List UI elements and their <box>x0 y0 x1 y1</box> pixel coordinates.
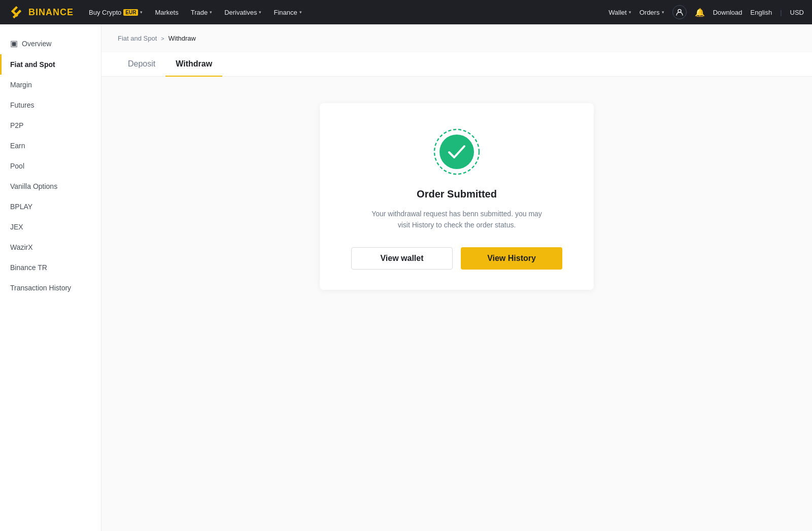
sidebar: ▣ Overview Fiat and Spot Margin Futures … <box>0 24 101 531</box>
order-submitted-description: Your withdrawal request has benn submitt… <box>365 208 548 231</box>
breadcrumb-current: Withdraw <box>168 35 196 42</box>
nav-orders[interactable]: Orders ▾ <box>639 9 664 16</box>
nav-language[interactable]: English <box>751 9 772 16</box>
sidebar-item-overview[interactable]: ▣ Overview <box>0 32 101 54</box>
sidebar-item-earn[interactable]: Earn <box>0 136 101 156</box>
finance-chevron: ▾ <box>299 10 302 15</box>
card-container: Order Submitted Your withdrawal request … <box>118 93 796 300</box>
nav-derivatives[interactable]: Derivatives ▾ <box>219 0 266 24</box>
sidebar-item-fiat-spot[interactable]: Fiat and Spot <box>0 54 101 75</box>
trade-chevron: ▾ <box>210 10 212 15</box>
sidebar-item-pool[interactable]: Pool <box>0 156 101 176</box>
success-icon-wrapper <box>432 127 481 176</box>
orders-chevron: ▾ <box>662 10 664 15</box>
logo[interactable]: BINANCE <box>8 4 74 20</box>
top-navigation: BINANCE Buy Crypto EUR ▾ Markets Trade ▾… <box>0 0 812 24</box>
sidebar-item-binance-tr[interactable]: Binance TR <box>0 257 101 278</box>
nav-links: Buy Crypto EUR ▾ Markets Trade ▾ Derivat… <box>84 0 608 24</box>
page-wrapper: ▣ Overview Fiat and Spot Margin Futures … <box>0 24 812 531</box>
sidebar-item-wazirx[interactable]: WazirX <box>0 237 101 257</box>
svg-point-3 <box>439 135 474 169</box>
nav-finance[interactable]: Finance ▾ <box>268 0 307 24</box>
nav-wallet[interactable]: Wallet ▾ <box>608 9 631 16</box>
sidebar-item-bplay[interactable]: BPLAY <box>0 196 101 217</box>
buy-crypto-chevron: ▾ <box>140 10 143 15</box>
logo-text: BINANCE <box>28 7 74 18</box>
nav-buy-crypto[interactable]: Buy Crypto EUR ▾ <box>84 0 148 24</box>
view-wallet-button[interactable]: View wallet <box>351 247 453 270</box>
card-buttons: View wallet View History <box>340 247 573 270</box>
derivatives-chevron: ▾ <box>259 10 261 15</box>
breadcrumb-parent[interactable]: Fiat and Spot <box>118 35 157 42</box>
breadcrumb: Fiat and Spot > Withdraw <box>118 35 796 42</box>
wallet-chevron: ▾ <box>629 10 631 15</box>
nav-currency[interactable]: USD <box>790 9 804 16</box>
view-history-button[interactable]: View History <box>461 247 562 270</box>
sidebar-item-p2p[interactable]: P2P <box>0 115 101 136</box>
nav-markets[interactable]: Markets <box>150 0 183 24</box>
user-avatar[interactable] <box>672 5 687 19</box>
page-tabs: Deposit Withdraw <box>101 52 812 77</box>
sidebar-item-margin[interactable]: Margin <box>0 75 101 95</box>
breadcrumb-separator: > <box>161 36 164 42</box>
success-card: Order Submitted Your withdrawal request … <box>320 103 594 290</box>
main-content: Fiat and Spot > Withdraw Deposit Withdra… <box>101 24 812 531</box>
nav-trade[interactable]: Trade ▾ <box>186 0 217 24</box>
sidebar-item-vanilla-options[interactable]: Vanilla Options <box>0 176 101 196</box>
tab-withdraw[interactable]: Withdraw <box>165 52 222 77</box>
overview-icon: ▣ <box>10 39 18 48</box>
sidebar-item-futures[interactable]: Futures <box>0 95 101 115</box>
success-checkmark-icon <box>432 127 481 176</box>
sidebar-item-jex[interactable]: JEX <box>0 217 101 237</box>
tab-deposit[interactable]: Deposit <box>118 52 165 77</box>
sidebar-item-transaction-history[interactable]: Transaction History <box>0 278 101 298</box>
notifications-icon[interactable]: 🔔 <box>695 8 705 17</box>
lang-currency-divider: | <box>780 9 782 16</box>
nav-right: Wallet ▾ Orders ▾ 🔔 Download English | U… <box>608 5 804 19</box>
order-submitted-title: Order Submitted <box>417 188 497 200</box>
nav-download[interactable]: Download <box>713 9 742 16</box>
eur-badge: EUR <box>123 9 138 16</box>
